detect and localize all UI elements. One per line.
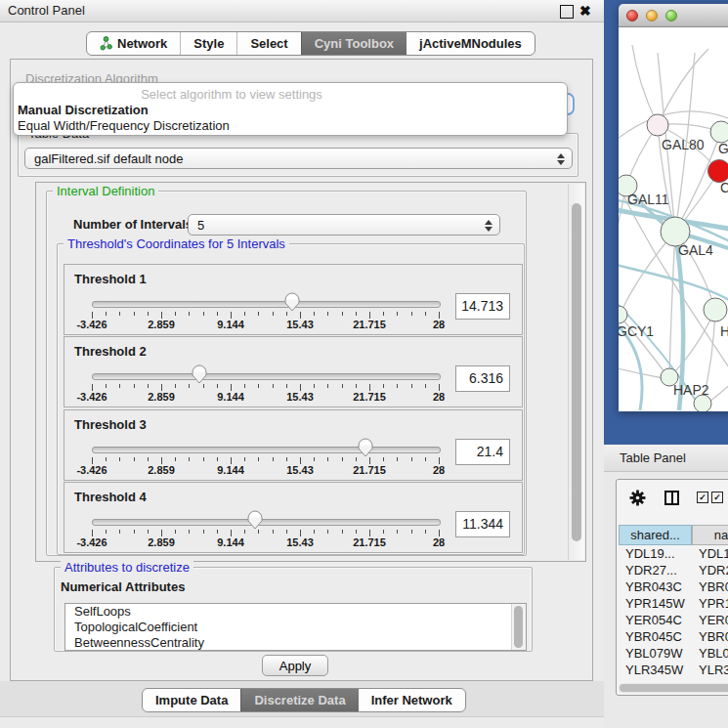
tick-label: 21.715 [353,319,386,330]
node-label: GCY1 [619,323,654,339]
threshold-value-field[interactable]: 6.316 [455,365,510,392]
slider-thumb[interactable] [246,509,264,533]
scrollbar-thumb[interactable] [514,606,523,648]
table-panel-titlebar: Table Panel [604,445,728,472]
column-header-2[interactable]: na [692,525,728,545]
column-header-1[interactable]: shared... [619,525,692,545]
table-rows: YDL19...YDL1YDR27...YDR2YBR043CYBR0YPR14… [619,545,728,682]
tab-infer-network[interactable]: Infer Network [359,689,465,711]
checkbox-icon[interactable]: ✓ [697,492,708,503]
checkbox-icon[interactable]: ✓ [711,492,723,503]
slider-track[interactable] [92,373,441,380]
network-edge[interactable] [632,45,658,125]
slider-tick [397,384,398,388]
list-item[interactable]: BetweennessCentrality [65,635,526,651]
slider-thumb[interactable] [191,364,208,387]
slider-track[interactable] [92,447,441,453]
cell-shared-name: YDR27... [619,562,692,578]
tick-label: 21.715 [353,464,386,476]
slider-tick [425,530,426,534]
screen: Control Panel ✖ NetworkStyleSelectCyni T… [0,0,728,728]
combo-stepper-icon [484,219,492,233]
slider-tick [217,384,218,388]
tab-cyni-toolbox[interactable]: Cyni Toolbox [301,32,407,55]
table-data-group: Table Data galFiltered.sif default node [18,133,578,177]
close-traffic-light-icon[interactable] [626,10,638,21]
threshold-value-field[interactable]: 21.4 [455,439,510,465]
table-row[interactable]: YLR345WYLR3 [619,662,728,678]
tab-style[interactable]: Style [180,32,236,55]
slider-tick [383,457,384,461]
attributes-group: Attributes to discretize Numerical Attri… [54,567,533,652]
network-window-titlebar [619,4,728,27]
tick-label: 21.715 [353,391,386,403]
table-data-combobox[interactable]: galFiltered.sif default node [24,148,573,169]
slider-tick [327,384,328,388]
tab-jactivemnodules[interactable]: jActiveMNodules [407,32,535,55]
numerical-attributes-list[interactable]: SelfLoopsTopologicalCoefficientBetweenne… [64,603,527,651]
float-window-icon[interactable] [560,5,574,19]
scrollbar-thumb[interactable] [572,203,581,541]
table-row[interactable]: YDL19...YDL1 [619,545,728,562]
cell-name: YBR0 [692,578,728,595]
network-node[interactable] [647,114,668,136]
scrollbar-thumb[interactable] [620,684,728,692]
table-header-row: shared...na [619,525,728,545]
threshold-value-field[interactable]: 11.344 [455,511,510,537]
table-row[interactable]: YPR145WYPR1 [619,595,728,612]
algorithm-option-2[interactable]: Equal Width/Frequency Discretization [18,118,230,133]
apply-button[interactable]: Apply [262,655,328,676]
slider-tick [134,384,135,388]
slider-thumb[interactable] [357,437,374,460]
network-node[interactable] [704,298,727,321]
table-row[interactable]: YIL053CYIL0 [619,678,728,682]
list-item[interactable]: TopologicalCoefficient [65,620,526,635]
slider-tick [119,312,120,316]
network-canvas[interactable]: GAL80GCGAL11GAL4GCY1HHAP2 [619,27,728,411]
tick-label: 28 [433,319,445,330]
list-scrollbar[interactable] [511,604,526,650]
slider-tick [175,384,176,388]
tab-discretize-data[interactable]: Discretize Data [240,689,358,711]
threshold-value-field[interactable]: 14.713 [455,293,510,320]
network-node[interactable] [710,121,728,143]
minimize-traffic-light-icon[interactable] [646,10,658,21]
slider-tick [342,312,343,316]
table-row[interactable]: YER054CYER0 [619,612,728,628]
tab-label: Discretize Data [254,689,345,711]
slider-track[interactable] [92,301,441,308]
slider-tick [161,457,162,464]
tab-impute-data[interactable]: Impute Data [143,689,240,711]
node-label: GAL11 [627,192,669,207]
zoom-traffic-light-icon[interactable] [665,10,677,21]
threshold-label: Threshold 2 [74,344,147,359]
horizontal-scrollbar[interactable] [619,683,728,693]
interval-definition-title: Interval Definition [53,184,158,198]
network-edge[interactable] [669,232,675,375]
number-of-intervals-combobox[interactable]: 5 [188,214,500,236]
slider-thumb[interactable] [283,291,301,315]
network-edge[interactable] [658,49,708,125]
algorithm-option-1[interactable]: Manual Discretization [18,103,149,117]
tick-label: -3.426 [76,536,107,548]
split-columns-icon[interactable] [664,491,679,505]
list-item[interactable]: SelfLoops [65,604,526,620]
slider-tick [217,312,218,316]
vertical-scrollbar[interactable] [568,184,584,560]
slider-tick [439,312,440,319]
close-icon[interactable]: ✖ [579,5,591,17]
tab-label: Select [250,32,287,55]
settings-gear-icon[interactable] [629,490,646,509]
slider-tick [411,457,412,461]
tab-network[interactable]: Network [87,32,180,55]
tick-label: 28 [433,464,445,476]
slider-track[interactable] [92,519,441,526]
network-node[interactable] [619,306,627,323]
slider-tick [217,457,218,461]
table-row[interactable]: YDR27...YDR2 [619,562,728,578]
table-row[interactable]: YBR045CYBR0 [619,628,728,645]
table-row[interactable]: YBR043CYBR0 [619,578,728,595]
tab-select[interactable]: Select [236,32,300,55]
table-row[interactable]: YBL079WYBL0 [619,645,728,662]
tick-label: 9.144 [217,319,244,330]
